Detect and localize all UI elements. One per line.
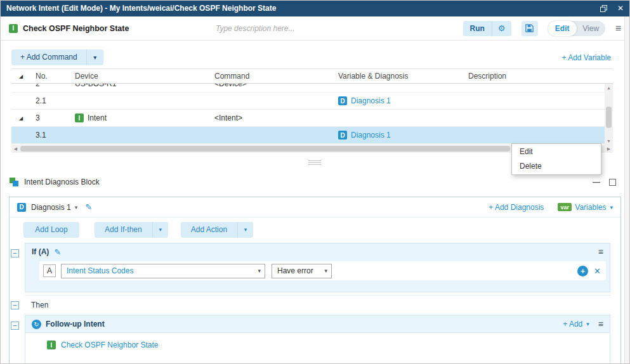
table-row-clipped[interactable]: 2 US-BOS-R1 <Device>: [11, 84, 613, 93]
follow-up-intent-block: ↻ Follow-up Intent + Add ▾ ≡ I Check OSP…: [25, 315, 610, 364]
diagnosis-panel-header: Intent Diagnosis Block —: [9, 172, 621, 192]
variables-icon: var: [558, 203, 572, 211]
description-input[interactable]: Type description here...: [216, 24, 295, 33]
vertical-scrollbar[interactable]: ▲ ▼: [605, 84, 613, 145]
if-block: If (A) ✎ ≡ A Intent Status Codes ▾ Have …: [25, 243, 610, 292]
diagnosis-panel: D Diagnosis 1 ▾ ✎ + Add Diagnosis var Va…: [9, 197, 621, 364]
scroll-left-icon[interactable]: ◀: [11, 145, 20, 153]
variables-chevron-icon[interactable]: ▾: [610, 204, 613, 211]
add-diagnosis-link[interactable]: + Add Diagnosis: [489, 203, 544, 212]
intent-icon: I: [75, 114, 84, 122]
maximize-panel-icon[interactable]: [609, 179, 616, 186]
horizontal-scroll-thumb[interactable]: [20, 146, 510, 152]
titlebar: Network Intent (Edit Mode) - My Intents/…: [0, 0, 630, 16]
then-label: Then: [31, 301, 48, 309]
column-description: Description: [463, 69, 613, 83]
add-if-then-button[interactable]: Add If-then ▾: [95, 222, 168, 238]
cell-no: 3.1: [30, 127, 70, 143]
cell-no: 2: [30, 84, 70, 92]
close-icon[interactable]: ✕: [617, 4, 624, 13]
cell-command: <Device>: [209, 84, 333, 92]
collapse-all-icon[interactable]: ◢: [19, 74, 23, 79]
condition-letter-badge: A: [43, 264, 56, 277]
condition-variable-value: Intent Status Codes: [67, 266, 133, 275]
cell-command: <Intent>: [209, 110, 333, 126]
scroll-up-icon[interactable]: ▲: [605, 84, 613, 91]
edit-toggle[interactable]: Edit: [548, 21, 577, 36]
window-title: Network Intent (Edit Mode) - My Intents/…: [6, 4, 276, 13]
rename-diagnosis-pencil-icon[interactable]: ✎: [85, 202, 92, 212]
collapse-follow-up-icon[interactable]: −: [11, 322, 19, 330]
context-menu-item-edit[interactable]: Edit: [512, 145, 601, 159]
cell-no: 3: [30, 110, 70, 126]
diagnosis-panel-title: Intent Diagnosis Block: [24, 178, 100, 186]
follow-up-add-link[interactable]: + Add: [563, 320, 582, 328]
add-command-label[interactable]: + Add Command: [11, 49, 87, 65]
row-expand-icon[interactable]: ◢: [19, 115, 23, 121]
add-action-chevron-icon[interactable]: ▾: [238, 226, 253, 233]
follow-up-menu-hamburger-icon[interactable]: ≡: [598, 319, 603, 329]
table-row-2-1[interactable]: 2.1 D Diagnosis 1: [11, 93, 613, 110]
follow-up-add-chevron-icon[interactable]: ▾: [586, 321, 589, 327]
follow-up-title: Follow-up Intent: [46, 320, 105, 328]
follow-up-content: I Check OSPF Neighbor State: [25, 333, 610, 349]
splitter-handle[interactable]: [308, 160, 321, 166]
collapse-then-icon[interactable]: −: [11, 301, 19, 309]
collapse-if-icon[interactable]: −: [11, 249, 19, 257]
diagnosis-block-icon: [9, 177, 19, 187]
diagnosis-selector-chevron-icon[interactable]: ▾: [75, 204, 78, 211]
diagnosis-link[interactable]: Diagnosis 1: [351, 131, 391, 140]
add-if-then-label[interactable]: Add If-then: [95, 222, 152, 238]
network-intent-window: Network Intent (Edit Mode) - My Intents/…: [0, 0, 630, 364]
if-menu-hamburger-icon[interactable]: ≡: [598, 247, 603, 257]
add-command-chevron-icon[interactable]: ▾: [87, 49, 103, 65]
intent-header: I Check OSPF Neighbor State Type descrip…: [0, 16, 630, 41]
follow-up-intent-icon: ↻: [32, 320, 41, 329]
cell-device: US-BOS-R1: [70, 84, 209, 92]
condition-variable-select[interactable]: Intent Status Codes ▾: [61, 264, 265, 278]
run-settings-gear-icon[interactable]: ⚙: [492, 21, 511, 36]
intent-title: Check OSPF Neighbor State: [23, 24, 129, 33]
table-row-3[interactable]: ◢ 3 I Intent <Intent>: [11, 110, 613, 127]
variables-link[interactable]: Variables: [575, 203, 606, 212]
add-action-button[interactable]: Add Action ▾: [181, 222, 253, 238]
column-device: Device: [70, 69, 209, 83]
header-actions: Run ⚙ Edit View ≡: [463, 21, 621, 36]
condition-row: A Intent Status Codes ▾ Have error ▾ + ✕: [39, 261, 606, 280]
edit-if-pencil-icon[interactable]: ✎: [54, 247, 61, 257]
run-button[interactable]: Run: [463, 21, 492, 36]
run-button-group: Run ⚙: [463, 21, 511, 36]
add-condition-plus-icon[interactable]: +: [577, 266, 588, 276]
follow-up-intent-link[interactable]: Check OSPF Neighbor State: [61, 341, 158, 349]
cell-device: Intent: [88, 114, 107, 122]
intent-icon: I: [9, 24, 18, 33]
diagnosis-selector[interactable]: Diagnosis 1: [31, 203, 71, 212]
view-toggle[interactable]: View: [577, 21, 605, 36]
diagnosis-icon: D: [338, 131, 347, 140]
add-action-label[interactable]: Add Action: [181, 222, 237, 238]
column-no: No.: [30, 69, 70, 83]
context-menu-item-delete[interactable]: Delete: [512, 159, 601, 174]
vertical-scroll-thumb[interactable]: [606, 107, 612, 128]
diagnosis-link[interactable]: Diagnosis 1: [351, 96, 391, 105]
minimize-panel-icon[interactable]: —: [593, 178, 600, 186]
more-menu-hamburger-icon[interactable]: ≡: [615, 23, 621, 34]
add-loop-button[interactable]: Add Loop: [23, 222, 79, 238]
condition-operator-select[interactable]: Have error ▾: [272, 264, 332, 278]
diagnosis-icon: D: [17, 203, 26, 212]
follow-up-header: ↻ Follow-up Intent + Add ▾ ≡: [25, 316, 610, 333]
scroll-right-icon[interactable]: ▶: [605, 145, 613, 153]
command-table: ◢ No. Device Command Variable & Diagnosi…: [11, 68, 613, 153]
select-chevron-icon: ▾: [324, 268, 327, 274]
add-if-then-chevron-icon[interactable]: ▾: [153, 226, 168, 233]
remove-condition-icon[interactable]: ✕: [594, 266, 601, 276]
restore-window-icon[interactable]: [600, 5, 607, 12]
edit-view-toggle: Edit View: [548, 21, 605, 36]
save-button[interactable]: [522, 21, 538, 36]
if-label: If (A): [32, 247, 49, 256]
then-row: Then: [25, 295, 610, 315]
add-variable-link[interactable]: + Add Variable: [561, 53, 611, 62]
scroll-down-icon[interactable]: ▼: [605, 137, 613, 145]
add-command-button[interactable]: + Add Command ▾: [11, 49, 103, 65]
table-row-3-1-selected[interactable]: 3.1 D Diagnosis 1: [11, 127, 613, 144]
